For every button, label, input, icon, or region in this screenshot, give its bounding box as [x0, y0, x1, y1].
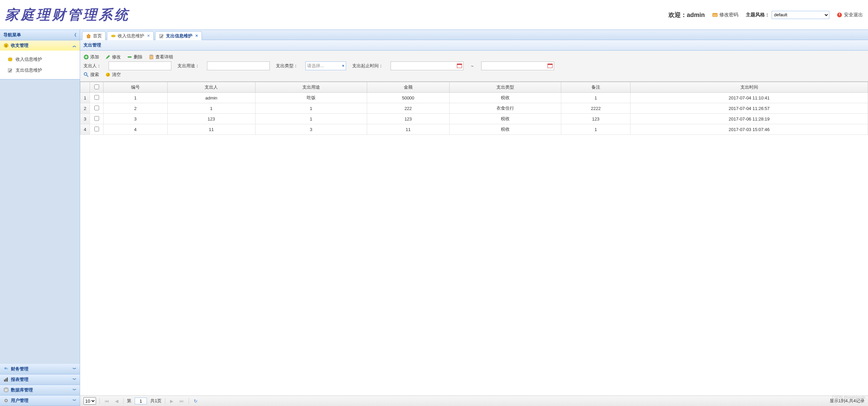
- col-amount[interactable]: 金额: [367, 82, 450, 93]
- data-cell: 50000: [367, 93, 450, 103]
- filter-purpose-input[interactable]: [207, 61, 270, 70]
- sidebar-panel-users[interactable]: 用户管理: [0, 395, 80, 406]
- chevron-down-icon: [73, 387, 76, 393]
- tab-income[interactable]: 收入信息维护 ✕: [107, 31, 154, 40]
- logout-link[interactable]: 安全退出: [837, 12, 863, 18]
- sidebar-collapse-button[interactable]: 《: [72, 32, 76, 38]
- col-person[interactable]: 支出人: [167, 82, 255, 93]
- row-checkbox[interactable]: [94, 127, 99, 131]
- add-button[interactable]: 添加: [83, 54, 99, 60]
- close-icon[interactable]: ✕: [195, 34, 198, 38]
- table-row[interactable]: 4 411311税收12017-07-03 15:07:46: [80, 124, 868, 135]
- col-remark[interactable]: 备注: [561, 82, 630, 93]
- rownum-cell: 4: [80, 124, 90, 135]
- svg-rect-11: [4, 380, 5, 382]
- app-title: 家庭理财管理系统: [5, 5, 130, 24]
- sidebar-panel-database[interactable]: 数据库管理: [0, 385, 80, 395]
- pencil-icon: [105, 54, 111, 60]
- theme-select[interactable]: default: [772, 11, 829, 19]
- svg-rect-24: [457, 64, 462, 65]
- col-purpose[interactable]: 支出用途: [255, 82, 367, 93]
- first-page-button[interactable]: ⏮: [103, 399, 110, 404]
- row-checkbox[interactable]: [94, 106, 99, 110]
- svg-rect-13: [7, 377, 8, 382]
- change-password-link[interactable]: 修改密码: [712, 12, 738, 18]
- row-checkbox[interactable]: [94, 95, 99, 100]
- data-cell: 3: [255, 124, 367, 135]
- sidebar-item-label: 收入信息维护: [16, 56, 42, 62]
- sidebar-panel-reports[interactable]: 报表管理: [0, 374, 80, 385]
- sidebar-item-label: 支出信息维护: [16, 67, 42, 73]
- filter-type-label: 支出类型：: [276, 63, 298, 69]
- detail-button[interactable]: 查看详细: [149, 54, 173, 60]
- data-cell: 2222: [561, 103, 630, 114]
- data-cell: 吃饭: [255, 93, 367, 103]
- table-row[interactable]: 2 211222衣食住行22222017-07-04 11:26:57: [80, 103, 868, 114]
- data-cell: 1: [561, 93, 630, 103]
- select-all-checkbox[interactable]: [94, 85, 99, 89]
- data-cell: 222: [367, 103, 450, 114]
- svg-point-27: [84, 73, 87, 75]
- row-checkbox[interactable]: [94, 116, 99, 121]
- data-cell: 1: [561, 124, 630, 135]
- filter-date-from[interactable]: [391, 61, 464, 70]
- data-cell: 1: [167, 103, 255, 114]
- data-cell: 2017-07-04 11:10:41: [630, 93, 868, 103]
- table-header-row: 编号 支出人 支出用途 金额 支出类型 备注 支出时间: [80, 82, 868, 93]
- prev-page-button[interactable]: ◀: [114, 399, 120, 404]
- checkbox-cell: [90, 124, 103, 135]
- sidebar-item-expense[interactable]: 支出信息维护: [0, 65, 80, 76]
- col-time[interactable]: 支出时间: [630, 82, 868, 93]
- sidebar-item-income[interactable]: 收入信息维护: [0, 54, 80, 65]
- data-cell: admin: [167, 93, 255, 103]
- coins-icon: [7, 57, 13, 62]
- filter-purpose-label: 支出用途：: [177, 63, 200, 69]
- sidebar-title: 导航菜单 《: [0, 30, 80, 40]
- svg-line-28: [87, 75, 88, 77]
- tilde-separator: ~: [471, 63, 474, 69]
- chevron-down-icon: ▾: [342, 63, 344, 68]
- svg-point-17: [111, 35, 115, 37]
- data-cell: 衣食住行: [450, 103, 561, 114]
- svg-rect-3: [839, 13, 840, 15]
- last-page-button[interactable]: ⏭: [178, 399, 185, 404]
- filter-person-input[interactable]: [109, 61, 171, 70]
- theme-selector: 主题风格： default: [746, 11, 829, 19]
- page-number-input[interactable]: [135, 398, 147, 404]
- delete-button[interactable]: 删除: [127, 54, 143, 60]
- data-cell: 123: [167, 114, 255, 124]
- minus-icon: [127, 54, 132, 60]
- next-page-button[interactable]: ▶: [169, 399, 175, 404]
- clear-button[interactable]: 清空: [105, 72, 121, 78]
- calendar-icon: [547, 63, 553, 68]
- reload-button[interactable]: ↻: [192, 399, 199, 404]
- col-type[interactable]: 支出类型: [450, 82, 561, 93]
- close-icon[interactable]: ✕: [147, 34, 150, 38]
- data-cell: 11: [167, 124, 255, 135]
- table-row[interactable]: 3 31231123税收1232017-07-06 11:28:19: [80, 114, 868, 124]
- edit-button[interactable]: 修改: [105, 54, 121, 60]
- refresh-icon: [105, 72, 111, 77]
- svg-rect-26: [548, 64, 552, 65]
- edit-note-icon: [159, 33, 164, 39]
- col-id[interactable]: 编号: [103, 82, 168, 93]
- sidebar-panel-finance[interactable]: 财务管理: [0, 364, 80, 374]
- svg-point-29: [106, 73, 110, 77]
- filter-date-to[interactable]: [481, 61, 554, 70]
- tab-home[interactable]: 首页: [82, 31, 106, 40]
- search-button[interactable]: 搜索: [83, 72, 99, 78]
- tab-expense[interactable]: 支出信息维护 ✕: [155, 31, 202, 40]
- filter-person-label: 支出人：: [83, 63, 101, 69]
- data-cell: 2017-07-06 11:28:19: [630, 114, 868, 124]
- database-icon: [3, 387, 9, 393]
- page-size-select[interactable]: 10: [83, 397, 96, 405]
- svg-rect-12: [5, 379, 6, 382]
- rownum-cell: 3: [80, 114, 90, 124]
- welcome-text: 欢迎：admin: [668, 11, 705, 19]
- sidebar-panel-income-expense[interactable]: ¥ 收支管理: [0, 40, 80, 51]
- data-cell: 2: [103, 103, 168, 114]
- filter-type-select[interactable]: 请选择... ▾: [305, 61, 346, 70]
- data-cell: 11: [367, 124, 450, 135]
- table-row[interactable]: 1 1admin吃饭50000税收12017-07-04 11:10:41: [80, 93, 868, 103]
- checkbox-cell: [90, 93, 103, 103]
